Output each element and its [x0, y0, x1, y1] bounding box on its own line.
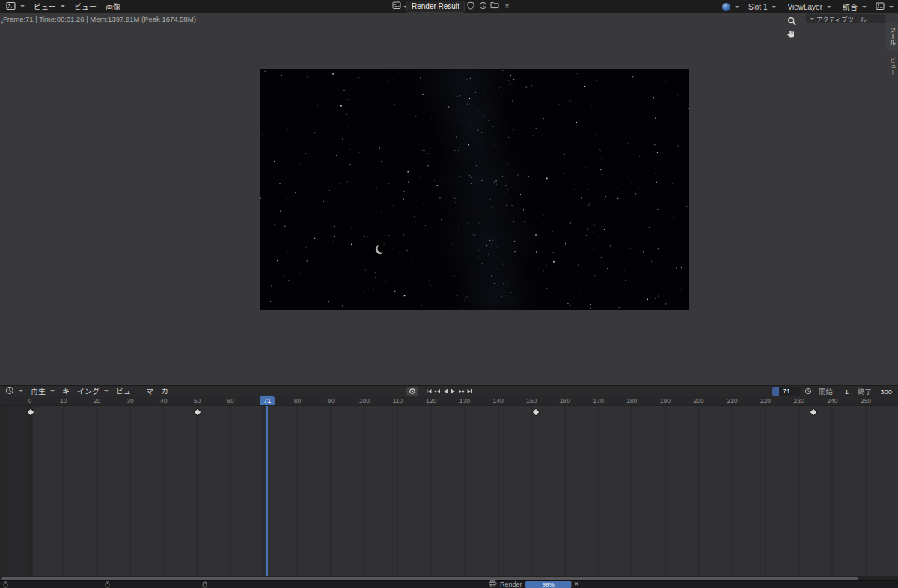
ruler-tick: 210: [727, 397, 737, 405]
image-editor-header: ビュー ビュー 画像 Render Result: [0, 0, 898, 13]
ruler-tick: 90: [327, 397, 334, 405]
timeline-ruler[interactable]: 0102030405060708090100110120130140150160…: [0, 396, 898, 406]
marker-menu[interactable]: マーカー: [142, 386, 180, 396]
timeline-body[interactable]: [0, 406, 898, 576]
play-button[interactable]: [449, 387, 457, 396]
status-bar: Render 99% ×: [0, 580, 898, 588]
close-icon: ×: [505, 1, 510, 12]
ruler-tick: 10: [60, 397, 67, 405]
menu-view[interactable]: ビュー: [70, 1, 101, 13]
ruler-tick: 200: [694, 397, 704, 405]
timeline-view-menu[interactable]: ビュー: [112, 386, 142, 396]
render-job-label: Render: [500, 581, 522, 588]
ruler-tick: 50: [194, 397, 201, 405]
cancel-render-button[interactable]: ×: [575, 581, 579, 588]
unlink-image-button[interactable]: ×: [501, 1, 513, 12]
chevron-down-icon: [772, 6, 776, 8]
ruler-tick: 250: [861, 397, 871, 405]
image-editor-icon: [6, 1, 16, 12]
image-datablock: Render Result ×: [394, 1, 513, 12]
ruler-tick: 230: [794, 397, 804, 405]
timeline-editor-type-button[interactable]: [1, 386, 27, 396]
playhead-label[interactable]: 71: [260, 396, 275, 405]
ruler-tick: 150: [526, 397, 537, 405]
marker-menu-label: マーカー: [146, 385, 176, 396]
record-icon: [409, 386, 416, 397]
start-frame-field[interactable]: 開始 1: [815, 387, 852, 396]
slot-label: Slot 1: [748, 3, 768, 11]
current-frame-field[interactable]: 71: [772, 387, 801, 396]
scene-display-button[interactable]: [720, 1, 742, 13]
menu-view-label: ビュー: [74, 1, 97, 12]
sidebar-tab-tool[interactable]: ツール: [886, 22, 898, 51]
region-toggle-arrow[interactable]: [1, 20, 4, 25]
panel-title: アクティブツール: [816, 14, 867, 23]
ruler-tick: 160: [560, 397, 570, 405]
render-progress-bar: 99%: [525, 581, 572, 588]
timeline-menus: 再生 キーイング ビュー マーカー: [1, 386, 180, 396]
chevron-down-icon: [20, 5, 25, 7]
ruler-tick: 130: [459, 397, 470, 405]
ruler-tick: 100: [359, 397, 370, 405]
keying-menu-label: キーイング: [62, 385, 100, 396]
prev-keyframe-icon: [433, 386, 441, 397]
shield-icon: [467, 1, 474, 13]
image-name-field[interactable]: Render Result: [406, 1, 465, 13]
zoom-gizmo-button[interactable]: [786, 16, 798, 28]
sidebar-tab-view[interactable]: ビュー: [886, 52, 898, 81]
chevron-down-icon: [19, 390, 23, 392]
end-frame-field[interactable]: 終了 300: [854, 387, 896, 396]
next-keyframe-button[interactable]: [457, 387, 465, 396]
playback-menu[interactable]: 再生: [27, 386, 58, 396]
fake-user-button[interactable]: [465, 1, 477, 12]
blue-sphere-icon: [722, 3, 730, 11]
start-label: 開始: [819, 386, 833, 396]
playhead-line[interactable]: [266, 406, 268, 576]
render-progress-text: 99%: [525, 581, 572, 588]
chevron-down-icon: [735, 6, 739, 8]
viewlayer-dropdown[interactable]: ViewLayer: [783, 1, 836, 13]
ruler-tick: 110: [393, 397, 403, 405]
browse-image-button[interactable]: [394, 1, 406, 12]
header-left-menus: ビュー ビュー 画像: [1, 0, 125, 13]
auto-keying-button[interactable]: [406, 387, 418, 396]
timeline-header: 再生 キーイング ビュー マーカー: [0, 386, 898, 396]
viewlayer-label: ViewLayer: [787, 3, 822, 11]
ruler-tick: 220: [760, 397, 771, 405]
display-channels-button[interactable]: [873, 1, 896, 13]
open-image-button[interactable]: [489, 1, 501, 12]
skip-to-start-icon: [425, 386, 433, 397]
mode-dropdown[interactable]: ビュー: [29, 1, 70, 13]
render-image: [260, 69, 689, 310]
image-editor-viewport[interactable]: Frame:71 | Time:00:01.26 | Mem:1397.91M …: [0, 13, 898, 385]
render-progress-group: Render 99% ×: [489, 581, 578, 588]
refresh-toggle-button[interactable]: [477, 1, 489, 12]
keying-menu[interactable]: キーイング: [58, 386, 112, 396]
render-pass-dropdown[interactable]: 統合: [838, 1, 871, 13]
timeline-editor: 再生 キーイング ビュー マーカー: [0, 385, 898, 580]
ruler-tick: 80: [294, 397, 301, 405]
prev-keyframe-button[interactable]: [433, 387, 441, 396]
render-stats-text: Frame:71 | Time:00:01.26 | Mem:1397.91M …: [3, 15, 196, 23]
menu-image[interactable]: 画像: [101, 1, 125, 13]
ruler-tick: 0: [28, 397, 32, 405]
clock-icon: [5, 386, 14, 396]
jump-to-end-button[interactable]: [465, 387, 474, 396]
jump-to-start-button[interactable]: [424, 387, 433, 396]
chevron-down-icon: [827, 6, 831, 8]
chevron-down-icon: [889, 6, 894, 8]
playback-menu-label: 再生: [31, 385, 46, 396]
editor-type-button[interactable]: [1, 1, 29, 13]
playback-controls: [406, 387, 474, 396]
pan-gizmo-button[interactable]: [785, 28, 798, 41]
preview-range-toggle[interactable]: [802, 387, 813, 396]
mouse-middle-hint-icon: [105, 581, 110, 588]
play-reverse-button[interactable]: [441, 387, 449, 396]
magnifier-icon: [787, 16, 797, 28]
slot-dropdown[interactable]: Slot 1: [744, 1, 781, 13]
menu-image-label: 画像: [106, 1, 120, 12]
sidebar-panel-header[interactable]: アクティブツール: [806, 14, 885, 23]
chevron-down-icon: [61, 5, 65, 7]
ruler-tick: 60: [227, 397, 233, 405]
ruler-tick: 30: [126, 397, 133, 405]
